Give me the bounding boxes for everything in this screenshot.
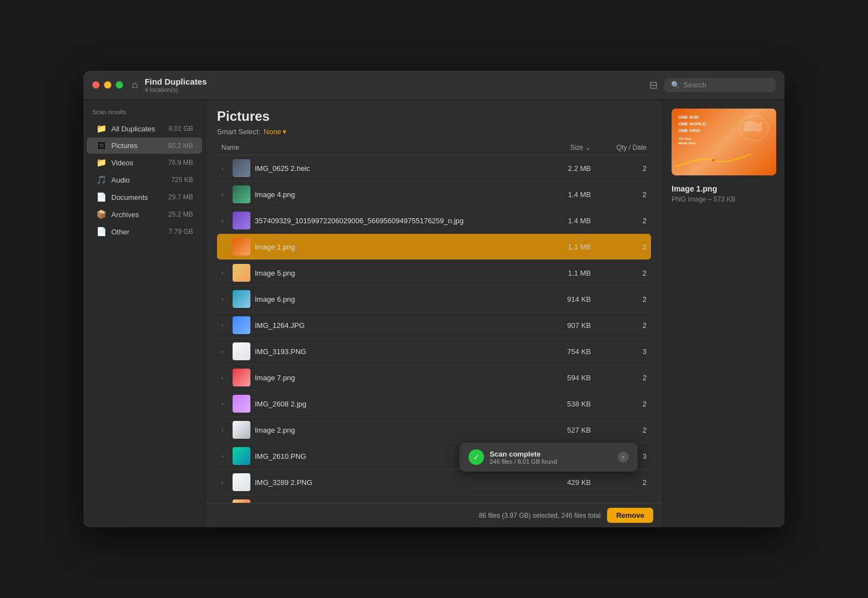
row-name-cell: › 357409329_10159972206029006_5669560949… [221, 212, 524, 229]
file-size: 754 KB [524, 347, 591, 356]
sidebar-item-archives[interactable]: 📦 Archives 25.2 MB [87, 206, 202, 223]
fullscreen-button[interactable] [116, 81, 123, 89]
table-row[interactable]: › Image 1.png 1.1 MB 2 [217, 234, 651, 260]
videos-icon: 📁 [96, 158, 107, 168]
row-name-cell: › IMG_2608 2.jpg [221, 395, 524, 413]
table-row[interactable]: › Image 6.png 914 KB 2 [217, 286, 651, 312]
traffic-lights [92, 81, 123, 89]
other-icon: 📄 [96, 227, 107, 237]
row-name-cell: › IMG_1264.JPG [221, 316, 524, 334]
expand-icon: › [221, 427, 228, 433]
file-name: 357409329_10159972206029006_566956094975… [255, 217, 463, 225]
sidebar-item-size: 76.9 MB [168, 159, 193, 166]
sidebar-item-documents[interactable]: 📄 Documents 29.7 MB [87, 189, 202, 205]
table-header: Name Size ⌄ Qty / Date [217, 140, 651, 155]
table-row[interactable]: › Image 4.png 1.4 MB 2 [217, 182, 651, 208]
table-row[interactable]: › IMG_2608 2.jpg 538 KB 2 [217, 391, 651, 417]
expand-icon: › [221, 270, 228, 276]
sidebar-item-label: Audio [111, 176, 167, 184]
file-name: IMG_3289 2.PNG [255, 478, 312, 487]
smart-select-label: Smart Select: [217, 128, 260, 136]
expand-icon: › [221, 322, 228, 329]
file-size: 527 KB [524, 426, 591, 434]
sidebar-toggle-button[interactable]: ⊟ [649, 79, 658, 91]
content-header: Pictures Smart Select: None ▾ [206, 100, 662, 140]
sidebar-item-all-duplicates[interactable]: 📁 All Duplicates 8.01 GB [87, 120, 202, 137]
table-row[interactable]: › IMG_1264.JPG 907 KB 2 [217, 312, 651, 339]
row-name-cell: › IMG_3193.PNG [221, 342, 524, 360]
sidebar-item-label: All Duplicates [111, 125, 164, 133]
toast-close-button[interactable]: × [618, 452, 629, 463]
expand-icon: › [221, 165, 228, 171]
sidebar-item-audio[interactable]: 🎵 Audio 725 KB [87, 171, 202, 188]
expand-icon: › [221, 453, 228, 459]
file-size: 429 KB [524, 478, 591, 487]
toast-content: Scan complete 246 files / 8.01 GB found [490, 450, 612, 465]
table-row[interactable]: › IMG_3289 2.PNG 429 KB 2 [217, 469, 651, 496]
row-name-cell: › IMG_3289 2.PNG [221, 473, 524, 491]
search-icon: 🔍 [671, 81, 680, 89]
row-name-cell: › Image 5.png [221, 264, 524, 282]
table-section: Pictures Smart Select: None ▾ Name Size … [206, 100, 662, 527]
sidebar-item-videos[interactable]: 📁 Videos 76.9 MB [87, 154, 202, 171]
file-qty: 2 [591, 243, 647, 251]
row-name-cell: › Image 1.png [221, 238, 524, 256]
table-row[interactable]: › Image 5.png 1.1 MB 2 [217, 260, 651, 286]
expand-icon: › [221, 479, 228, 486]
file-name: IMG_0625 2.heic [255, 164, 310, 173]
sidebar-item-pictures[interactable]: 🖼 Pictures 85.2 MB [87, 138, 202, 154]
toast-container: ✓ Scan complete 246 files / 8.01 GB foun… [460, 443, 638, 472]
file-name: Image 2.png [255, 426, 295, 434]
app-subtitle: 4 location(s) [145, 86, 207, 93]
file-qty: 2 [591, 164, 647, 173]
remove-button[interactable]: Remove [607, 508, 653, 523]
search-bar[interactable]: 🔍 Search [664, 78, 776, 92]
table-row[interactable]: › IMG_0625 2.heic 2.2 MB 2 [217, 155, 651, 182]
row-name-cell: › IMG_0625 2.heic [221, 159, 524, 177]
row-name-cell: › Image 7.png [221, 369, 524, 386]
title-bar-right: ⊟ 🔍 Search [649, 78, 776, 92]
status-bar: 86 files (3.97 GB) selected, 246 files t… [206, 503, 662, 527]
table-row[interactable]: › ball 3 (1).jpg 426 KB 2 [217, 496, 651, 503]
file-size: 1.1 MB [524, 243, 591, 251]
file-thumbnail [233, 290, 250, 308]
minimize-button[interactable] [104, 81, 111, 89]
file-qty: 3 [591, 347, 647, 356]
expand-icon: › [221, 375, 228, 381]
table-row[interactable]: › IMG_3193.PNG 754 KB 3 [217, 339, 651, 365]
table-row[interactable]: › Image 2.png 527 KB 2 [217, 417, 651, 443]
sidebar-item-label: Documents [111, 193, 164, 202]
file-thumbnail [233, 421, 250, 439]
file-thumbnail [233, 473, 250, 491]
close-button[interactable] [92, 81, 100, 89]
preview-image-inner: ONE SUNONE WORLDONE GRID The SunNever Se… [672, 109, 776, 175]
file-qty: 2 [591, 426, 647, 434]
expand-icon: › [221, 296, 228, 302]
file-size: 594 KB [524, 374, 591, 382]
smart-select-dropdown[interactable]: None ▾ [264, 128, 287, 136]
file-qty: 2 [591, 190, 647, 199]
sort-icon: ⌄ [585, 144, 591, 151]
archives-icon: 📦 [96, 209, 107, 219]
smart-select-row: Smart Select: None ▾ [217, 128, 651, 136]
table-row[interactable]: › Image 7.png 594 KB 2 [217, 365, 651, 391]
app-title-block: Find Duplicates 4 location(s) [145, 77, 207, 93]
file-size: 914 KB [524, 295, 591, 303]
sidebar-item-size: 8.01 GB [169, 125, 193, 133]
folder-icon: 📁 [96, 124, 107, 134]
sidebar-item-other[interactable]: 📄 Other 7.79 GB [87, 223, 202, 240]
sidebar-item-size: 25.2 MB [168, 210, 193, 218]
expand-icon: › [221, 244, 228, 250]
col-header-size[interactable]: Size ⌄ [524, 144, 591, 151]
svg-point-1 [712, 159, 715, 162]
file-thumbnail [233, 447, 250, 465]
preview-file-name: Image 1.png [672, 184, 776, 193]
row-name-cell: › Image 4.png [221, 185, 524, 203]
pictures-icon: 🖼 [96, 141, 107, 150]
table-row[interactable]: › 357409329_10159972206029006_5669560949… [217, 208, 651, 234]
expand-icon: › [221, 349, 228, 355]
home-icon[interactable]: ⌂ [132, 79, 138, 91]
file-name: Image 7.png [255, 374, 295, 382]
expand-icon: › [221, 401, 228, 407]
search-placeholder: Search [683, 81, 706, 89]
